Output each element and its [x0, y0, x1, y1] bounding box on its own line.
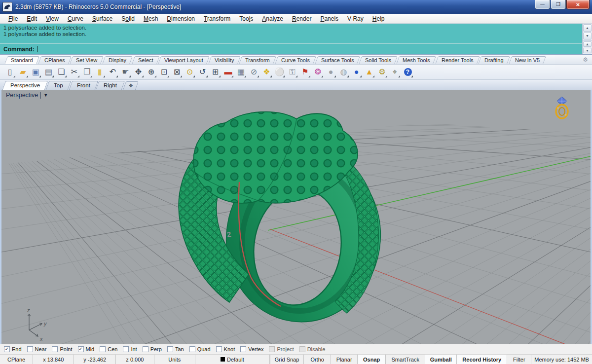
new-file-icon[interactable]: ▯ [4, 66, 16, 78]
osnap-vertex-checkbox[interactable] [240, 346, 246, 352]
menu-view[interactable]: View [41, 15, 63, 23]
restore-button[interactable]: ❐ [551, 0, 566, 9]
toolbar-tab-render-tools[interactable]: Render Tools [435, 56, 480, 64]
menu-dimension[interactable]: Dimension [162, 15, 199, 23]
osnap-tan[interactable]: Tan [167, 346, 184, 352]
copy-icon[interactable]: ❐ [81, 66, 93, 78]
cplane-icon[interactable]: ▦ [235, 66, 247, 78]
menu-vray[interactable]: V-Ray [343, 15, 368, 23]
cplane-pane[interactable]: CPlane [0, 355, 33, 364]
osnap-quad-checkbox[interactable] [189, 346, 195, 352]
scroll-up-icon[interactable]: ▲ [583, 24, 592, 32]
toolbar-tab-mesh-tools[interactable]: Mesh Tools [396, 56, 436, 64]
options-gears-icon[interactable]: ⚙ [376, 66, 388, 78]
close-button[interactable]: ✕ [566, 0, 590, 9]
menu-analyze[interactable]: Analyze [258, 15, 288, 23]
menu-file[interactable]: File [4, 15, 22, 23]
smarttrack-toggle[interactable]: SmartTrack [386, 355, 425, 364]
menu-transform[interactable]: Transform [199, 15, 235, 23]
osnap-quad[interactable]: Quad [189, 346, 211, 352]
hide-objects-icon[interactable]: ⚪ [273, 66, 286, 78]
osnap-mid-checkbox[interactable]: ✓ [78, 346, 84, 352]
toolbar-tab-solid-tools[interactable]: Solid Tools [359, 56, 398, 64]
named-views-icon[interactable]: ▬ [222, 66, 234, 78]
menu-edit[interactable]: Edit [22, 15, 41, 23]
paste-icon[interactable]: ▮ [94, 66, 106, 78]
layer-pane[interactable]: Default [195, 355, 270, 364]
ring-model[interactable]: 2 [179, 112, 391, 332]
osnap-near-checkbox[interactable] [27, 346, 33, 352]
x-coordinate[interactable]: x 13.840 [33, 355, 74, 364]
toolbar-tab-standard[interactable]: Standard [4, 56, 39, 64]
toolbar-tab-cplanes[interactable]: CPlanes [38, 56, 71, 64]
zoom-selected-icon[interactable]: ⊙ [184, 66, 196, 78]
zoom-in-icon[interactable]: ⊕ [145, 66, 157, 78]
osnap-int[interactable]: Int [123, 346, 137, 352]
menu-help[interactable]: Help [368, 15, 389, 23]
zoom-extents-icon[interactable]: ⊠ [171, 66, 183, 78]
viewport-tab-perspective[interactable]: Perspective [2, 81, 48, 90]
rendered-view-icon[interactable]: ● [350, 66, 363, 78]
z-coordinate[interactable]: z 0.000 [116, 355, 154, 364]
osnap-near[interactable]: Near [27, 346, 47, 352]
toolbar-tab-visibility[interactable]: Visibility [208, 56, 240, 64]
osnap-project[interactable]: Project [269, 346, 294, 352]
planar-toggle[interactable]: Planar [331, 355, 358, 364]
grid-snap-toggle[interactable]: Grid Snap [270, 355, 304, 364]
osnap-knot[interactable]: Knot [216, 346, 235, 352]
osnap-perp-checkbox[interactable] [143, 346, 148, 352]
zoom-window-icon[interactable]: ⊡ [158, 66, 170, 78]
menu-solid[interactable]: Solid [117, 15, 139, 23]
menu-surface[interactable]: Surface [88, 15, 117, 23]
menu-panels[interactable]: Panels [316, 15, 343, 23]
units-pane[interactable]: Units [154, 355, 195, 364]
osnap-toggle[interactable]: Osnap [358, 355, 386, 364]
help-icon[interactable]: ? [402, 66, 414, 78]
osnap-mid[interactable]: ✓Mid [78, 346, 95, 352]
viewport-layout-icon[interactable]: ⊞ [209, 66, 222, 78]
ortho-toggle[interactable]: Ortho [304, 355, 331, 364]
osnap-project-checkbox[interactable] [269, 346, 275, 352]
toolbar-gear-icon[interactable]: ⚙ [583, 56, 588, 63]
perspective-viewport[interactable]: Perspective ▼ [0, 90, 592, 344]
record-history-toggle[interactable]: Record History [457, 355, 507, 364]
menu-tools[interactable]: Tools [235, 15, 258, 23]
dimension-icon[interactable]: ⌖ [389, 66, 401, 78]
toolbar-tab-display[interactable]: Display [103, 56, 133, 64]
toolbar-tab-set-view[interactable]: Set View [70, 56, 104, 64]
command-history[interactable]: 1 polysurface added to selection.1 polys… [0, 24, 582, 43]
render-icon[interactable]: ⚑ [299, 66, 311, 78]
viewport-tab-right[interactable]: Right [96, 81, 125, 90]
osnap-perp[interactable]: Perp [143, 346, 162, 352]
memory-pane[interactable]: Memory use: 1452 MB [531, 355, 592, 364]
y-coordinate[interactable]: y -23.462 [74, 355, 116, 364]
osnap-disable-checkbox[interactable] [299, 346, 305, 352]
save-icon[interactable]: ▣ [30, 66, 42, 78]
osnap-knot-checkbox[interactable] [216, 346, 222, 352]
osnap-point[interactable]: Point [52, 346, 72, 352]
viewport-tab-front[interactable]: Front [69, 81, 98, 90]
select-objects-icon[interactable]: ❖ [260, 66, 273, 78]
osnap-int-checkbox[interactable] [123, 346, 129, 352]
osnap-end[interactable]: ✓End [4, 346, 22, 352]
scroll-down-icon[interactable]: ▼ [583, 33, 592, 40]
color-wheel-icon[interactable]: ❂ [312, 66, 324, 78]
undo-icon[interactable]: ↶ [107, 66, 119, 78]
toolbar-tab-select[interactable]: Select [132, 56, 159, 64]
vray-cone-icon[interactable]: ▲ [363, 66, 375, 78]
menu-mesh[interactable]: Mesh [139, 15, 162, 23]
toolbar-tab-surface-tools[interactable]: Surface Tools [315, 56, 360, 64]
viewport-canvas[interactable]: 2 z y x [1, 90, 591, 344]
command-input[interactable] [37, 45, 579, 53]
ring-icon[interactable] [556, 97, 568, 118]
pan-icon[interactable]: ☛ [119, 66, 132, 78]
toolbar-tab-new-in-v5[interactable]: New in V5 [509, 56, 546, 64]
export-icon[interactable]: ❏ [55, 66, 68, 78]
toolbar-tab-curve-tools[interactable]: Curve Tools [275, 56, 316, 64]
shaded-view-icon[interactable]: ● [325, 66, 337, 78]
osnap-vertex[interactable]: Vertex [240, 346, 263, 352]
app-icon[interactable] [2, 2, 12, 12]
rotate-view-icon[interactable]: ✥ [132, 66, 145, 78]
toolbar-tab-drafting[interactable]: Drafting [479, 56, 510, 64]
cut-icon[interactable]: ✂ [68, 66, 80, 78]
